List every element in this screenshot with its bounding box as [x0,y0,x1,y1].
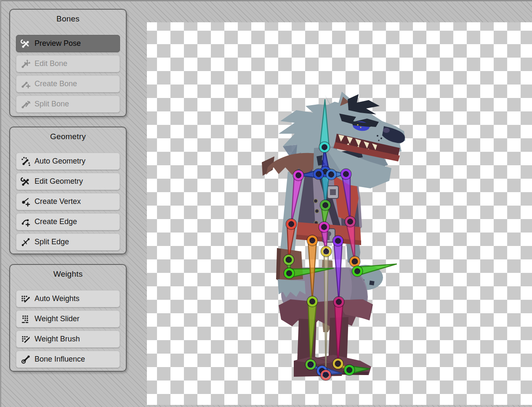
joint-elbow-right[interactable] [345,217,356,227]
button-label: Auto Geometry [35,157,85,166]
window-left-edge [0,0,1,407]
joint-tail-base[interactable] [321,246,332,257]
button-label: Edit Geometry [35,177,83,186]
joint-wrist-left[interactable] [284,255,294,265]
weight-slider-icon [21,314,31,324]
bone-influence-icon [21,354,31,365]
joint-shoulder-right[interactable] [341,169,351,180]
joint-pelvis-joint[interactable] [319,222,330,233]
split-edge-button[interactable]: Split Edge [16,233,120,251]
joint-clav-left-base[interactable] [314,169,324,180]
create-edge-icon [21,217,31,227]
auto-geometry-icon [21,156,31,166]
sprite-canvas[interactable] [147,22,532,405]
auto-weights-button[interactable]: Auto Weights [16,290,120,307]
button-label: Split Bone [35,100,69,108]
create-edge-button[interactable]: Create Edge [16,213,120,230]
joint-knee-right[interactable] [334,297,344,307]
panel-title: Geometry [16,132,120,141]
joint-shoulder-left[interactable] [293,170,304,181]
panel-geometry: GeometryAuto GeometryEdit GeometryCreate… [9,127,127,254]
joint-hip-right[interactable] [333,236,343,246]
auto-geometry-button[interactable]: Auto Geometry [16,153,120,170]
joint-elbow-left[interactable] [286,219,297,230]
joint-ankle-left[interactable] [306,359,316,370]
button-label: Weight Slider [35,314,80,323]
joint-tail-tip[interactable] [321,370,331,381]
create-bone-icon [21,79,31,89]
bone-influence-button[interactable]: Bone Influence [16,351,120,368]
edit-bone-button[interactable]: Edit Bone [16,55,120,72]
joint-hip-left[interactable] [307,235,318,246]
button-label: Create Edge [35,217,77,226]
button-label: Split Edge [35,238,69,246]
button-label: Weight Brush [35,335,80,344]
joint-knee-left[interactable] [307,296,318,307]
edit-geometry-button[interactable]: Edit Geometry [16,173,120,190]
panel-bones: BonesPreview PoseEdit BoneCreate BoneSpl… [9,9,127,117]
button-label: Bone Influence [35,355,85,364]
button-label: Edit Bone [35,59,67,68]
joint-foot-right[interactable] [344,365,355,375]
split-bone-icon [21,99,31,109]
joint-hand-right[interactable] [352,266,363,277]
button-label: Create Vertex [35,197,81,206]
weight-slider-button[interactable]: Weight Slider [16,310,120,328]
joint-clav-right-base[interactable] [326,169,337,180]
joint-ankle-right[interactable] [333,359,343,369]
edit-bone-icon [21,59,31,69]
create-bone-button[interactable]: Create Bone [16,75,120,92]
button-label: Create Bone [35,79,77,88]
panel-title: Weights [16,270,120,279]
button-label: Auto Weights [35,294,80,303]
weight-brush-button[interactable]: Weight Brush [16,330,120,348]
joint-head-base[interactable] [319,142,330,153]
edit-geometry-icon [21,177,31,187]
weight-brush-icon [21,334,31,344]
panel-weights: WeightsAuto WeightsWeight SliderWeight B… [9,264,127,372]
joint-wrist-right[interactable] [350,256,360,267]
split-edge-icon [21,237,31,247]
preview-pose-icon [21,39,31,49]
joint-chest-joint[interactable] [320,200,331,211]
joint-hand-left[interactable] [284,268,295,279]
preview-pose-button[interactable]: Preview Pose [16,35,120,52]
create-vertex-button[interactable]: Create Vertex [16,193,120,210]
panel-title: Bones [16,14,120,24]
create-vertex-icon [21,197,31,207]
button-label: Preview Pose [35,39,81,48]
window-top-edge [0,0,532,1]
auto-weights-icon [21,294,31,304]
character-sprite [262,92,405,377]
split-bone-button[interactable]: Split Bone [16,95,120,113]
